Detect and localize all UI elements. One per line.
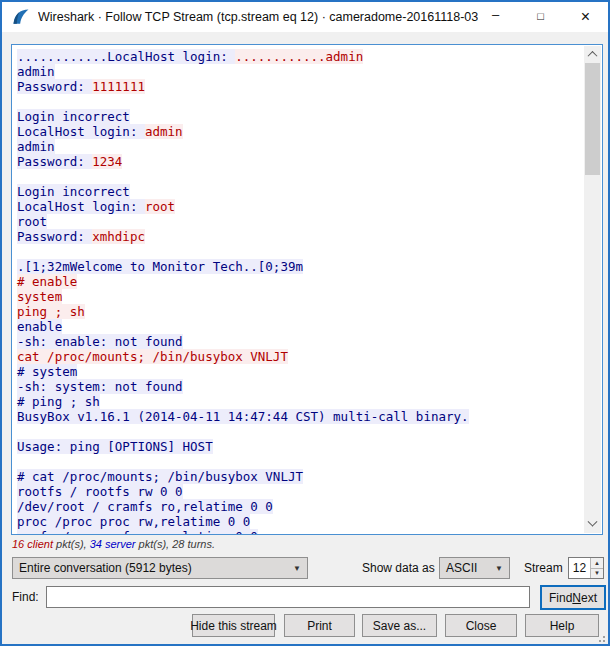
- vertical-scrollbar[interactable]: [584, 46, 601, 533]
- stream-segment: Password:: [17, 154, 92, 169]
- hint-segment: pkt(s),: [136, 538, 173, 550]
- stream-line: Login incorrect: [17, 184, 584, 199]
- stream-segment: Usage: ping [OPTIONS] HOST: [17, 439, 213, 454]
- conversation-select[interactable]: Entire conversation (5912 bytes) ▼: [12, 557, 308, 579]
- stream-line: -sh: system: not found: [17, 379, 584, 394]
- wireshark-logo-icon: [11, 7, 31, 27]
- stream-content-area[interactable]: ............LocalHost login: ...........…: [11, 44, 603, 535]
- stream-line: LocalHost login: root: [17, 199, 584, 214]
- stream-segment: Login incorrect: [17, 184, 130, 199]
- window-title: Wireshark · Follow TCP Stream (tcp.strea…: [38, 10, 478, 24]
- stream-segment: -sh: system: not found: [17, 379, 183, 394]
- stream-segment: cat /proc/mounts; /bin/busybox VNLJT: [17, 349, 288, 364]
- stream-segment: Password:: [17, 229, 92, 244]
- hint-segment: pkt(s),: [53, 538, 90, 550]
- stream-line: proc /proc proc rw,relatime 0 0: [17, 514, 584, 529]
- stream-segment: xmhdipc: [92, 229, 145, 244]
- print-button[interactable]: Print: [284, 614, 355, 637]
- stream-line: system: [17, 289, 584, 304]
- stream-line: # enable: [17, 274, 584, 289]
- stream-line: sysfs /sys sysfs rw,relatime 0 0: [17, 529, 584, 534]
- stream-segment: # cat /proc/mounts; /bin/busybox VNLJT: [17, 469, 303, 484]
- stream-line: /dev/root / cramfs ro,relatime 0 0: [17, 499, 584, 514]
- title-bar[interactable]: Wireshark · Follow TCP Stream (tcp.strea…: [2, 2, 608, 32]
- stream-segment: ............LocalHost login:: [17, 49, 235, 64]
- stream-segment: /dev/root / cramfs ro,relatime 0 0: [17, 499, 273, 514]
- close-button[interactable]: Close: [445, 614, 517, 637]
- packet-count-hint: 16 client pkt(s), 34 server pkt(s), 28 t…: [12, 538, 215, 550]
- chevron-down-icon: ▼: [495, 565, 503, 573]
- stream-line: [17, 244, 584, 259]
- stream-segment: ping ; sh: [17, 304, 85, 319]
- stream-line: # system: [17, 364, 584, 379]
- stream-line: cat /proc/mounts; /bin/busybox VNLJT: [17, 349, 584, 364]
- stream-line: ping ; sh: [17, 304, 584, 319]
- stream-line: Login incorrect: [17, 109, 584, 124]
- stream-line: Usage: ping [OPTIONS] HOST: [17, 439, 584, 454]
- stream-line: [17, 94, 584, 109]
- find-input[interactable]: [46, 586, 530, 608]
- scroll-down-icon[interactable]: [584, 516, 601, 533]
- stream-segment: .[1;32mWelcome to Monitor Tech..[0;39m: [17, 259, 303, 274]
- stream-segment: Password:: [17, 79, 92, 94]
- stream-line: # cat /proc/mounts; /bin/busybox VNLJT: [17, 469, 584, 484]
- stream-line: Password: 1234: [17, 154, 584, 169]
- maximize-icon[interactable]: □: [518, 2, 563, 32]
- stream-segment: root: [17, 214, 47, 229]
- stream-line: root: [17, 214, 584, 229]
- conversation-select-value: Entire conversation (5912 bytes): [19, 561, 192, 575]
- stream-segment: proc /proc proc rw,relatime 0 0: [17, 514, 250, 529]
- stream-segment: sysfs /sys sysfs rw,relatime 0 0: [17, 529, 258, 534]
- chevron-down-icon: ▼: [293, 565, 301, 573]
- hide-this-stream-button[interactable]: Hide this stream: [192, 614, 275, 637]
- stream-segment: enable: [17, 319, 62, 334]
- stream-segment: root: [145, 199, 175, 214]
- hint-segment: 34 server: [90, 538, 136, 550]
- stream-segment: rootfs / rootfs rw 0 0: [17, 484, 183, 499]
- stream-segment: BusyBox v1.16.1 (2014-04-11 14:47:44 CST…: [17, 409, 469, 424]
- stream-line: LocalHost login: admin: [17, 124, 584, 139]
- stream-line: -sh: enable: not found: [17, 334, 584, 349]
- help-button[interactable]: Help: [525, 614, 599, 637]
- stream-segment: # system: [17, 364, 77, 379]
- stream-segment: 1111111: [92, 79, 145, 94]
- stream-line: ............LocalHost login: ...........…: [17, 49, 584, 64]
- stream-segment: admin: [17, 64, 55, 79]
- find-label: Find:: [12, 586, 39, 608]
- stream-segment: -sh: enable: not found: [17, 334, 183, 349]
- stream-segment: ............admin: [235, 49, 363, 64]
- stream-line: Password: 1111111: [17, 79, 584, 94]
- stream-segment: LocalHost login:: [17, 199, 145, 214]
- stream-segment: Login incorrect: [17, 109, 130, 124]
- scrollbar-thumb[interactable]: [585, 63, 600, 175]
- resize-grip[interactable]: [595, 632, 605, 642]
- find-next-button[interactable]: Find Next: [540, 585, 606, 610]
- hint-segment: 28 turns.: [172, 538, 215, 550]
- stream-segment: LocalHost login:: [17, 124, 145, 139]
- close-icon[interactable]: ×: [563, 2, 608, 32]
- stream-line: BusyBox v1.16.1 (2014-04-11 14:47:44 CST…: [17, 409, 584, 424]
- spinner-up-icon[interactable]: ▲: [591, 558, 603, 569]
- stream-segment: admin: [145, 124, 183, 139]
- stream-segment: # enable: [17, 274, 77, 289]
- stream-text[interactable]: ............LocalHost login: ...........…: [12, 45, 584, 534]
- stream-segment: 1234: [92, 154, 122, 169]
- stream-line: [17, 454, 584, 469]
- stream-number-spinner[interactable]: 12 ▲ ▼: [568, 557, 604, 579]
- show-data-as-select[interactable]: ASCII ▼: [439, 557, 510, 579]
- hint-segment: 16 client: [12, 538, 53, 550]
- save-as-button[interactable]: Save as...: [362, 614, 437, 637]
- stream-line: Password: xmhdipc: [17, 229, 584, 244]
- stream-line: .[1;32mWelcome to Monitor Tech..[0;39m: [17, 259, 584, 274]
- stream-line: admin: [17, 64, 584, 79]
- scroll-up-icon[interactable]: [584, 46, 601, 63]
- minimize-icon[interactable]: –: [473, 2, 518, 32]
- stream-label: Stream: [524, 557, 563, 579]
- stream-segment: admin: [17, 139, 55, 154]
- spinner-down-icon[interactable]: ▼: [591, 569, 603, 579]
- stream-line: rootfs / rootfs rw 0 0: [17, 484, 584, 499]
- show-data-as-label: Show data as: [362, 557, 435, 579]
- stream-line: [17, 169, 584, 184]
- stream-segment: # ping ; sh: [17, 394, 100, 409]
- stream-segment: system: [17, 289, 62, 304]
